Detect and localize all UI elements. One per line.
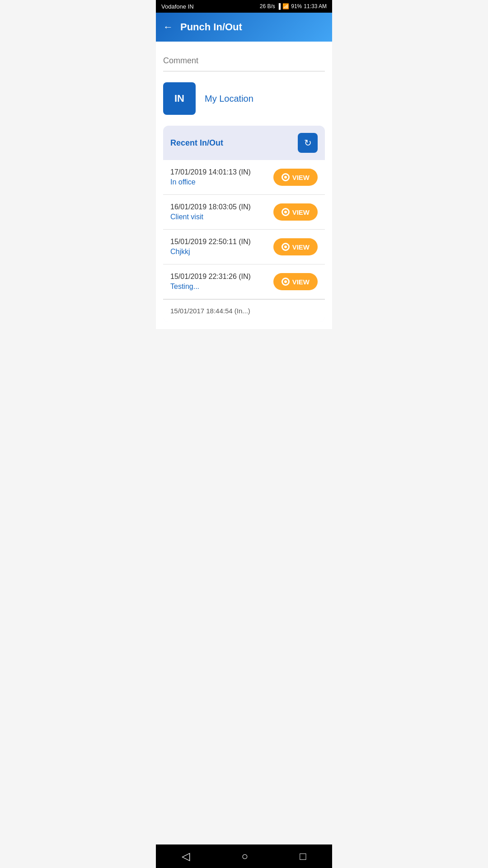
records-list: 17/01/2019 14:01:13 (IN) In office VIEW … (163, 160, 325, 322)
comment-input[interactable] (163, 52, 325, 71)
wifi-icon: 📶 (282, 3, 289, 9)
status-bar: Vodafone IN 26 B/s ▐ 📶 91% 11:33 AM (156, 0, 332, 13)
view-label: VIEW (292, 174, 310, 181)
record-info: 16/01/2019 18:03:05 (IN) Client visit (170, 203, 251, 221)
recent-section: Recent In/Out ↻ 17/01/2019 14:01:13 (IN)… (163, 126, 325, 322)
location-icon (282, 173, 290, 181)
in-button[interactable]: IN (163, 82, 196, 115)
my-location-label: My Location (205, 94, 253, 104)
main-content: IN My Location Recent In/Out ↻ 17/01/201… (156, 42, 332, 329)
time-text: 11:33 AM (304, 3, 327, 9)
location-icon (282, 278, 290, 286)
record-info: 17/01/2019 14:01:13 (IN) In office (170, 168, 251, 186)
record-info: 15/01/2019 22:31:26 (IN) Testing... (170, 273, 251, 291)
view-label: VIEW (292, 208, 310, 216)
record-datetime: 16/01/2019 18:03:05 (IN) (170, 203, 251, 211)
table-row: 16/01/2019 18:03:05 (IN) Client visit VI… (163, 195, 325, 230)
record-comment: Client visit (170, 213, 251, 221)
table-row: 15/01/2019 22:31:26 (IN) Testing... VIEW (163, 264, 325, 299)
location-icon (282, 208, 290, 216)
record-info: 15/01/2019 22:50:11 (IN) Chjkkj (170, 238, 251, 256)
record-comment: Chjkkj (170, 248, 251, 256)
battery-icon: 91% (291, 3, 302, 9)
recent-title: Recent In/Out (170, 138, 223, 148)
location-icon (282, 243, 290, 251)
view-button[interactable]: VIEW (273, 273, 318, 290)
view-label: VIEW (292, 243, 310, 251)
record-datetime: 15/01/2019 22:50:11 (IN) (170, 238, 251, 246)
view-button[interactable]: VIEW (273, 169, 318, 186)
view-label: VIEW (292, 278, 310, 286)
table-row: 15/01/2019 22:50:11 (IN) Chjkkj VIEW (163, 230, 325, 264)
view-button[interactable]: VIEW (273, 203, 318, 221)
record-comment: In office (170, 178, 251, 186)
record-datetime: 15/01/2019 22:31:26 (IN) (170, 273, 251, 281)
status-right: 26 B/s ▐ 📶 91% 11:33 AM (260, 3, 327, 9)
back-button[interactable]: ← (163, 21, 173, 33)
view-button[interactable]: VIEW (273, 238, 318, 255)
page-title: Punch In/Out (180, 21, 242, 33)
network-speed: 26 B/s (260, 3, 275, 9)
carrier-text: Vodafone IN (161, 3, 194, 10)
partial-record: 15/01/2017 18:44:54 (In...) (163, 299, 325, 322)
signal-icon: ▐ (277, 3, 281, 9)
record-datetime: 17/01/2019 14:01:13 (IN) (170, 168, 251, 176)
app-header: ← Punch In/Out (156, 13, 332, 42)
record-comment: Testing... (170, 283, 251, 291)
punch-row: IN My Location (163, 82, 325, 115)
table-row: 17/01/2019 14:01:13 (IN) In office VIEW (163, 160, 325, 195)
refresh-button[interactable]: ↻ (298, 133, 318, 153)
recent-header: Recent In/Out ↻ (163, 126, 325, 160)
